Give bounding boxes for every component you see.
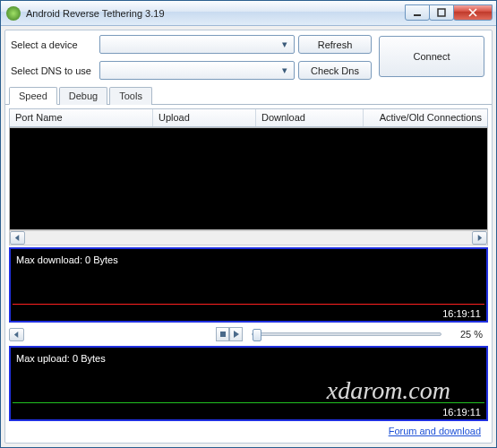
upload-chart-label: Max upload: 0 Bytes <box>16 353 106 364</box>
svg-marker-5 <box>478 235 482 241</box>
scroll-left-icon[interactable] <box>10 231 25 245</box>
chevron-down-icon: ▾ <box>278 64 291 77</box>
watermark-text: xdarom.com <box>327 376 450 405</box>
scroll-left-icon[interactable] <box>9 328 24 341</box>
maximize-button[interactable] <box>429 4 454 21</box>
dns-combo[interactable]: ▾ <box>99 61 295 80</box>
download-chart: Max download: 0 Bytes 16:19:11 <box>9 247 488 323</box>
refresh-button[interactable]: Refresh <box>298 35 372 54</box>
titlebar: Android Reverse Tethering 3.19 <box>1 1 496 26</box>
col-upload: Upload <box>153 109 256 126</box>
checkdns-button[interactable]: Check Dns <box>298 61 372 80</box>
app-window: Android Reverse Tethering 3.19 Select a … <box>0 0 497 448</box>
col-download: Download <box>256 109 364 126</box>
download-chart-time: 16:19:11 <box>442 308 481 319</box>
tab-speed[interactable]: Speed <box>9 87 57 105</box>
svg-marker-6 <box>14 332 18 338</box>
download-chart-label: Max download: 0 Bytes <box>16 254 118 265</box>
device-label: Select a device <box>11 35 96 54</box>
svg-marker-4 <box>15 235 19 241</box>
connection-list <box>9 127 488 230</box>
table-header: Port Name Upload Download Active/Old Con… <box>9 108 488 127</box>
slider-percent: 25 % <box>447 329 483 340</box>
tab-bar: Speed Debug Tools <box>5 82 492 105</box>
chevron-down-icon: ▾ <box>278 38 291 51</box>
footer: Forum and download <box>9 423 488 439</box>
close-button[interactable] <box>453 4 493 21</box>
svg-rect-7 <box>220 332 226 337</box>
connect-button[interactable]: Connect <box>379 36 484 77</box>
tab-debug[interactable]: Debug <box>59 87 107 105</box>
app-icon <box>6 6 21 21</box>
scroll-right-icon[interactable] <box>472 231 487 245</box>
stop-button[interactable] <box>216 327 229 341</box>
client-area: Select a device ▾ Refresh Select DNS to … <box>4 30 493 444</box>
slider-thumb[interactable] <box>253 329 261 341</box>
tab-body-speed: Port Name Upload Download Active/Old Con… <box>5 105 492 443</box>
dns-label: Select DNS to use <box>11 61 96 80</box>
upload-chart: Max upload: 0 Bytes xdarom.com 16:19:11 <box>9 346 488 421</box>
upload-line <box>13 402 484 403</box>
device-combo[interactable]: ▾ <box>99 35 295 54</box>
minimize-button[interactable] <box>405 4 430 21</box>
window-title: Android Reverse Tethering 3.19 <box>26 8 406 19</box>
svg-rect-1 <box>438 9 445 16</box>
list-scrollbar[interactable] <box>9 230 488 246</box>
col-port: Port Name <box>10 109 153 126</box>
forum-link[interactable]: Forum and download <box>389 426 481 436</box>
speed-slider[interactable] <box>252 332 441 336</box>
playback-row: 25 % <box>9 326 488 342</box>
download-line <box>13 304 484 305</box>
upload-chart-time: 16:19:11 <box>442 407 481 418</box>
play-button[interactable] <box>229 327 243 341</box>
col-connections: Active/Old Connections <box>364 109 487 126</box>
svg-marker-8 <box>234 331 239 338</box>
tab-tools[interactable]: Tools <box>109 87 152 105</box>
